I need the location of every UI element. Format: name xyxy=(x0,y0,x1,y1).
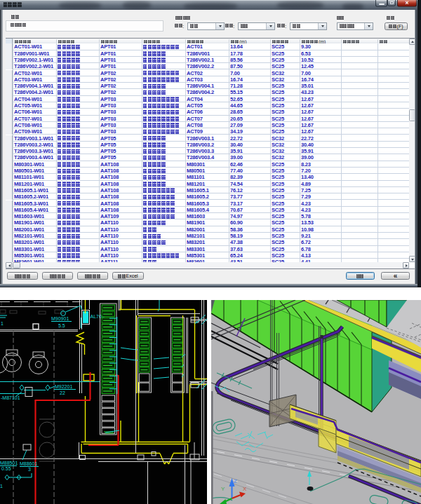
svg-text:22: 22 xyxy=(60,390,65,395)
svg-text:X: X xyxy=(243,486,247,492)
svg-text:0.55: 0.55 xyxy=(1,466,11,471)
svg-text:M90901: M90901 xyxy=(51,316,69,321)
svg-text:1: 1 xyxy=(1,321,4,326)
svg-text:Y: Y xyxy=(221,486,225,492)
svg-text:3: 3 xyxy=(28,467,31,472)
svg-text:M88601: M88601 xyxy=(20,461,37,466)
svg-text:Z: Z xyxy=(234,478,237,484)
svg-text:1: 1 xyxy=(0,484,3,489)
svg-text:M92201: M92201 xyxy=(55,384,72,389)
svg-text:5.5: 5.5 xyxy=(58,323,65,328)
svg-text:M88501: M88501 xyxy=(0,461,18,465)
svg-text:-M87101: -M87101 xyxy=(1,395,20,400)
